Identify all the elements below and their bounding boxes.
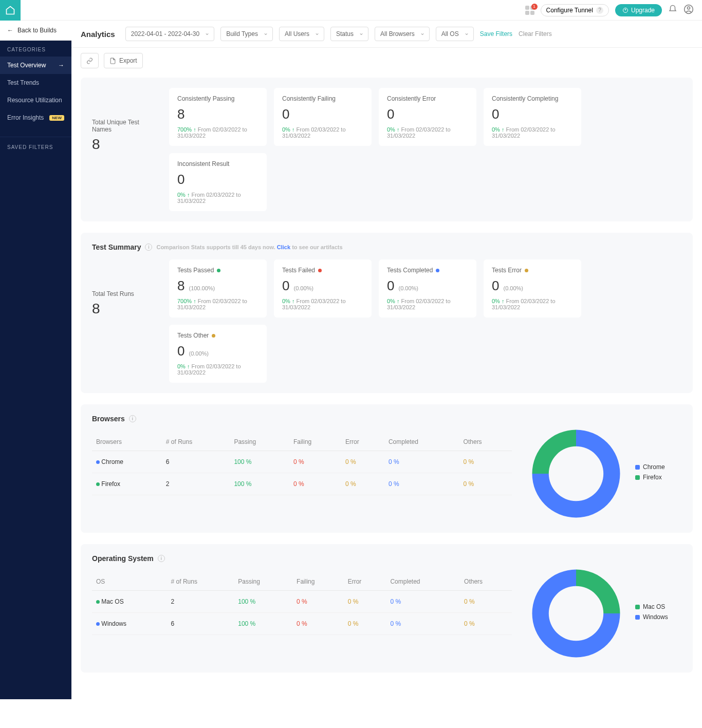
sidebar-item-test-trends[interactable]: Test Trends (0, 74, 71, 91)
card-title: Tests Passed (177, 267, 258, 274)
row-dot (96, 482, 100, 486)
table-header: OS (92, 573, 167, 591)
stat-card: Tests Completed 0(0.00%) 0% ↑ From 02/03… (379, 259, 476, 318)
row-passing: 100 % (230, 451, 289, 473)
row-name: Chrome (101, 458, 123, 465)
os-table: OS# of RunsPassingFailingErrorCompletedO… (92, 573, 512, 635)
os-donut-chart (527, 565, 625, 662)
row-failing: 0 % (292, 591, 344, 613)
card-pct-small: (0.00%) (398, 285, 418, 291)
table-header: # of Runs (162, 433, 230, 451)
browsers-donut-chart (527, 425, 625, 522)
table-header: # of Runs (167, 573, 234, 591)
back-to-builds[interactable]: ← Back to Builds (0, 21, 71, 41)
browsers-panel: Browsers i Browsers# of RunsPassingFaili… (81, 404, 693, 533)
card-pct: 0% (282, 126, 290, 133)
card-title: Inconsistent Result (177, 160, 258, 167)
users-select[interactable]: All Users (279, 27, 324, 41)
card-value: 0 (177, 172, 258, 188)
legend-item: Windows (635, 613, 668, 621)
card-value: 8 (177, 106, 258, 122)
clear-filters-link[interactable]: Clear Filters (519, 30, 552, 38)
user-icon[interactable] (683, 4, 694, 16)
row-error: 0 % (341, 451, 384, 473)
unique-tests-panel: Total Unique Test Names 8 Consistently P… (81, 78, 693, 221)
summary-click-link[interactable]: Click (277, 244, 290, 250)
stat-card: Consistently Error 0 0% ↑ From 02/03/202… (379, 88, 476, 146)
donut-slice (532, 430, 577, 474)
arrow-left-icon: ← (7, 27, 13, 34)
arrow-up-icon: ↑ (502, 126, 505, 133)
table-header: Error (341, 433, 384, 451)
stat-card: Tests Passed 8(100.00%) 700% ↑ From 02/0… (169, 259, 267, 318)
arrow-up-icon: ↑ (397, 298, 400, 304)
legend-swatch (635, 475, 640, 480)
unique-label: Total Unique Test Names (92, 119, 159, 133)
date-range-select[interactable]: 2022-04-01 - 2022-04-30 (125, 27, 214, 41)
build-types-select[interactable]: Build Types (220, 27, 273, 41)
card-title: Tests Error (492, 267, 573, 274)
sidebar-item-resource-utilization[interactable]: Resource Utilization (0, 91, 71, 109)
summary-hint: Comparison Stats supports till 45 days n… (156, 244, 342, 250)
os-select[interactable]: All OS (436, 27, 474, 41)
arrow-up-icon: ↑ (397, 126, 400, 133)
categories-heading: CATEGORIES (0, 41, 71, 57)
info-icon[interactable]: i (145, 244, 152, 251)
bell-icon[interactable] (668, 5, 677, 15)
row-name: Windows (101, 620, 126, 627)
card-pct: 0% (177, 363, 186, 369)
arrow-up-icon: ↑ (193, 298, 196, 304)
configure-tunnel-button[interactable]: Configure Tunnel ? (541, 4, 609, 16)
apps-icon[interactable]: 1 (525, 6, 534, 15)
upgrade-button[interactable]: Upgrade (615, 4, 662, 16)
logo[interactable] (0, 0, 21, 21)
card-pct: 0% (492, 298, 500, 304)
card-value: 0 (282, 278, 289, 294)
card-pct-small: (100.00%) (189, 285, 215, 291)
sidebar-item-label: Error Insights (7, 114, 44, 121)
browsers-table: Browsers# of RunsPassingFailingErrorComp… (92, 433, 512, 495)
arrow-up-icon: ↑ (502, 298, 505, 304)
stat-card: Consistently Passing 8 700% ↑ From 02/03… (169, 88, 267, 146)
status-dot (212, 334, 215, 338)
browsers-select[interactable]: All Browsers (375, 27, 430, 41)
table-header: Failing (289, 433, 341, 451)
arrow-up-icon: ↑ (187, 363, 190, 369)
info-icon[interactable]: i (158, 555, 165, 562)
card-title: Consistently Completing (492, 95, 573, 102)
help-icon: ? (596, 7, 603, 14)
info-icon[interactable]: i (129, 415, 136, 422)
card-value: 0 (282, 106, 363, 122)
table-row: Chrome 6 100 % 0 % 0 % 0 % 0 % (92, 451, 512, 473)
card-value: 8 (177, 278, 184, 294)
sidebar-item-error-insights[interactable]: Error Insights NEW (0, 109, 71, 126)
save-filters-link[interactable]: Save Filters (480, 30, 512, 38)
status-select[interactable]: Status (330, 27, 368, 41)
row-dot (96, 622, 100, 626)
copy-link-button[interactable] (81, 53, 99, 68)
row-completed: 0 % (386, 613, 460, 635)
legend-label: Mac OS (643, 603, 665, 610)
row-failing: 0 % (289, 451, 341, 473)
row-runs: 6 (167, 613, 234, 635)
card-value: 0 (492, 278, 499, 294)
legend-label: Firefox (643, 474, 662, 481)
legend-item: Chrome (635, 463, 665, 471)
legend-item: Mac OS (635, 603, 668, 610)
os-panel: Operating System i OS# of RunsPassingFai… (81, 544, 693, 673)
export-button[interactable]: Export (104, 53, 143, 68)
table-header: Browsers (92, 433, 162, 451)
row-error: 0 % (344, 613, 386, 635)
card-pct: 700% (177, 126, 192, 133)
row-dot (96, 460, 100, 464)
sidebar-item-test-overview[interactable]: Test Overview → (0, 57, 71, 74)
row-passing: 100 % (234, 613, 292, 635)
arrow-up-icon: ↑ (292, 126, 295, 133)
table-header: Completed (384, 433, 459, 451)
svg-point-2 (688, 7, 690, 9)
back-label: Back to Builds (17, 27, 57, 34)
card-value: 0 (387, 106, 468, 122)
row-others: 0 % (459, 451, 512, 473)
legend-label: Chrome (643, 463, 665, 471)
card-pct-small: (0.00%) (503, 285, 523, 291)
